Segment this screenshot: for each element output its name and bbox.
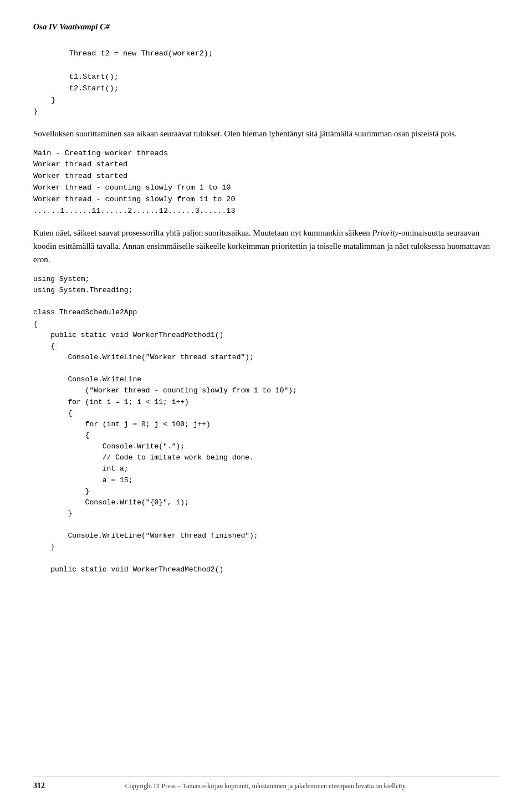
page: Osa IV Vaativampi C# Thread t2 = new Thr…	[0, 0, 532, 807]
output-block: Main - Creating worker threads Worker th…	[33, 148, 499, 218]
prose-explanation: Kuten näet, säikeet saavat prosessorilta…	[33, 226, 499, 266]
prose-intro: Sovelluksen suorittaminen saa aikaan seu…	[33, 127, 499, 140]
header-title: Osa IV Vaativampi C#	[33, 22, 110, 32]
prose-text-1: Kuten näet, säikeet saavat prosessorilta…	[33, 228, 372, 237]
footer-copyright: Copyright IT Press – Tämän e-kirjan kopi…	[33, 776, 499, 790]
page-header: Osa IV Vaativampi C#	[33, 22, 499, 32]
code-block-main: using System; using System.Threading; cl…	[33, 274, 499, 575]
prose-italic-priority: Priority	[372, 228, 399, 237]
code-block-top: Thread t2 = new Thread(worker2); t1.Star…	[33, 48, 499, 118]
